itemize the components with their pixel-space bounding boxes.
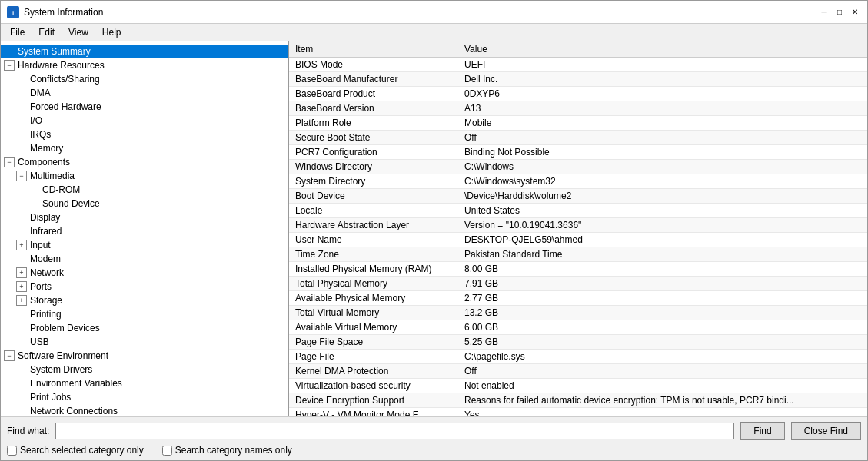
tree-item[interactable]: Forced Hardware (1, 100, 288, 114)
table-cell-value: Binding Not Possible (458, 145, 867, 160)
table-row[interactable]: System DirectoryC:\Windows\system32 (289, 174, 867, 189)
table-row[interactable]: BaseBoard ManufacturerDell Inc. (289, 72, 867, 87)
table-row[interactable]: Windows DirectoryC:\Windows (289, 160, 867, 174)
search-names-checkbox[interactable] (162, 446, 172, 456)
table-cell-item: Locale (289, 204, 458, 218)
tree-item[interactable]: Problem Devices (1, 321, 288, 335)
table-row[interactable]: Installed Physical Memory (RAM)8.00 GB (289, 262, 867, 277)
tree-expander[interactable]: − (16, 171, 27, 181)
table-cell-value: A13 (458, 101, 867, 116)
table-row[interactable]: Total Virtual Memory13.2 GB (289, 306, 867, 320)
tree-item-label: Print Jobs (28, 392, 71, 403)
find-button[interactable]: Find (740, 422, 784, 440)
tree-item[interactable]: System Summary (1, 45, 288, 58)
col-header-value: Value (458, 41, 867, 58)
tree-item[interactable]: +Ports (1, 280, 288, 294)
tree-item[interactable]: Sound Device (1, 197, 288, 211)
menu-file[interactable]: File (4, 25, 31, 39)
close-button[interactable]: ✕ (849, 6, 861, 18)
table-row[interactable]: Platform RoleMobile (289, 116, 867, 131)
table-cell-item: BaseBoard Product (289, 87, 458, 101)
minimize-button[interactable]: ─ (818, 6, 830, 18)
maximize-button[interactable]: □ (833, 6, 846, 18)
table-row[interactable]: Available Physical Memory2.77 GB (289, 291, 867, 306)
data-table[interactable]: Item Value BIOS ModeUEFIBaseBoard Manufa… (289, 41, 867, 416)
tree-item[interactable]: Modem (1, 252, 288, 266)
tree-expander[interactable]: − (4, 350, 15, 361)
table-row[interactable]: Boot Device\Device\Harddisk\volume2 (289, 189, 867, 204)
tree-item[interactable]: Display (1, 211, 288, 224)
table-cell-item: Virtualization-based security (289, 379, 458, 393)
tree-item[interactable]: IRQs (1, 128, 288, 141)
table-row[interactable]: Available Virtual Memory6.00 GB (289, 320, 867, 335)
table-row[interactable]: User NameDESKTOP-QJELG59\ahmed (289, 233, 867, 247)
table-row[interactable]: Page FileC:\pagefile.sys (289, 350, 867, 364)
tree-item[interactable]: Infrared (1, 224, 288, 238)
tree-item[interactable]: USB (1, 335, 288, 349)
tree-item[interactable]: +Input (1, 238, 288, 252)
tree-item[interactable]: Network Connections (1, 404, 288, 416)
table-row[interactable]: LocaleUnited States (289, 204, 867, 218)
tree-expander[interactable]: − (4, 60, 15, 71)
tree-item[interactable]: −Software Environment (1, 349, 288, 363)
table-row[interactable]: Hardware Abstraction LayerVersion = "10.… (289, 218, 867, 233)
tree-item[interactable]: +Network (1, 266, 288, 280)
table-row[interactable]: Time ZonePakistan Standard Time (289, 247, 867, 262)
tree-item[interactable]: −Components (1, 155, 288, 169)
tree-item-label: CD-ROM (41, 184, 80, 195)
table-row[interactable]: BaseBoard VersionA13 (289, 101, 867, 116)
table-cell-item: Device Encryption Support (289, 393, 458, 408)
search-category-checkbox[interactable] (7, 446, 17, 456)
svg-text:i: i (12, 9, 14, 16)
table-row[interactable]: BIOS ModeUEFI (289, 58, 867, 72)
table-row[interactable]: BaseBoard Product0DXYP6 (289, 87, 867, 101)
tree-item[interactable]: System Drivers (1, 363, 288, 376)
table-cell-item: Installed Physical Memory (RAM) (289, 262, 458, 277)
close-find-button[interactable]: Close Find (791, 422, 861, 440)
search-category-checkbox-label[interactable]: Search selected category only (7, 445, 144, 456)
tree-expander[interactable]: + (16, 281, 27, 292)
tree-item-label: Modem (28, 254, 61, 264)
table-cell-value: Pakistan Standard Time (458, 247, 867, 262)
table-cell-item: Platform Role (289, 116, 458, 131)
tree-item[interactable]: Conflicts/Sharing (1, 72, 288, 86)
table-cell-item: Available Virtual Memory (289, 320, 458, 335)
table-cell-item: BaseBoard Manufacturer (289, 72, 458, 87)
tree-item[interactable]: I/O (1, 114, 288, 128)
table-row[interactable]: PCR7 ConfigurationBinding Not Possible (289, 145, 867, 160)
menu-edit[interactable]: Edit (32, 25, 61, 39)
find-row: Find what: Find Close Find (7, 422, 861, 440)
table-row[interactable]: Total Physical Memory7.91 GB (289, 277, 867, 291)
tree-item[interactable]: CD-ROM (1, 183, 288, 197)
table-row[interactable]: Hyper-V - VM Monitor Mode E...Yes (289, 408, 867, 417)
tree-item[interactable]: Print Jobs (1, 390, 288, 404)
tree-item-label: Sound Device (41, 198, 100, 209)
tree-item[interactable]: −Multimedia (1, 169, 288, 183)
table-cell-item: Available Physical Memory (289, 291, 458, 306)
tree-item[interactable]: Environment Variables (1, 376, 288, 390)
search-names-checkbox-label[interactable]: Search category names only (162, 445, 292, 456)
table-row[interactable]: Virtualization-based securityNot enabled (289, 379, 867, 393)
tree-item[interactable]: +Storage (1, 294, 288, 307)
menu-view[interactable]: View (62, 25, 95, 39)
tree-item[interactable]: Memory (1, 141, 288, 155)
tree-item[interactable]: DMA (1, 86, 288, 100)
table-row[interactable]: Device Encryption SupportReasons for fai… (289, 393, 867, 408)
find-input[interactable] (55, 423, 734, 439)
table-row[interactable]: Secure Boot StateOff (289, 131, 867, 145)
tree-expander[interactable]: − (4, 157, 15, 167)
tree-expander[interactable]: + (16, 240, 27, 250)
tree-item-label: System Drivers (28, 364, 92, 375)
table-cell-value: Off (458, 364, 867, 379)
tree-item-label: USB (28, 337, 49, 347)
table-cell-value: Not enabled (458, 379, 867, 393)
menu-help[interactable]: Help (96, 25, 128, 39)
title-bar: i System Information ─ □ ✕ (1, 1, 867, 24)
tree-expander[interactable]: + (16, 267, 27, 278)
table-row[interactable]: Page File Space5.25 GB (289, 335, 867, 350)
tree-container[interactable]: System Summary−Hardware ResourcesConflic… (1, 41, 288, 416)
tree-item[interactable]: Printing (1, 307, 288, 321)
tree-item[interactable]: −Hardware Resources (1, 58, 288, 72)
table-row[interactable]: Kernel DMA ProtectionOff (289, 364, 867, 379)
tree-expander[interactable]: + (16, 295, 27, 306)
